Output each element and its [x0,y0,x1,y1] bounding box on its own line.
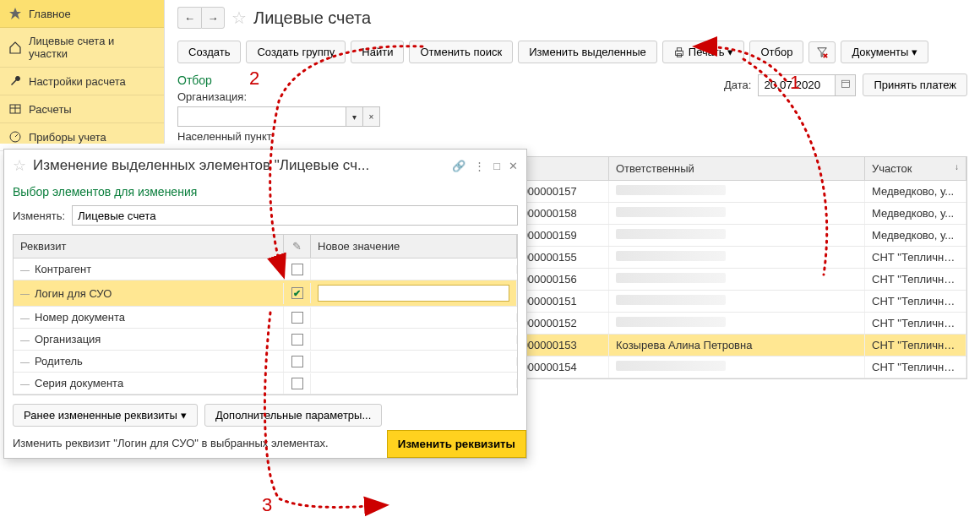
cell-section: СНТ "Тепличны... [865,269,966,290]
table-row[interactable]: ▬ 00-0000000154СНТ "Тепличны... [482,356,966,378]
link-icon[interactable]: 🔗 [452,160,466,172]
cell-responsible: Козырева Алина Петровна [609,335,865,356]
more-icon[interactable]: ⋮ [474,160,485,172]
cell-section: СНТ "Тепличны... [865,313,966,334]
close-icon[interactable]: ✕ [509,160,518,172]
col-header-section[interactable]: Участок ↓ [865,157,966,180]
checkbox-icon[interactable] [291,378,303,389]
star-icon [8,7,22,20]
attr-value-cell[interactable] [311,280,517,306]
table-row[interactable]: ▬ 00-0000000156СНТ "Тепличны... [482,269,966,291]
calendar-button[interactable] [835,75,855,95]
change-input[interactable] [72,205,518,226]
print-button[interactable]: Печать ▾ [662,41,745,63]
table-row[interactable]: ▬ 00-0000000159Медведково, у... [482,225,966,247]
attr-name-cell: —Серия документа [14,373,284,394]
find-button[interactable]: Найти [351,41,404,63]
attr-name-cell: —Номер документа [14,307,284,328]
attr-row[interactable]: —Серия документа [14,373,517,395]
table-row[interactable]: ▬ 00-0000000152СНТ "Тепличны... [482,313,966,335]
sidebar-item-accounts[interactable]: Лицевые счета и участки [0,28,164,68]
checkbox-icon[interactable] [291,264,303,275]
cell-section: Медведково, у... [865,225,966,246]
checkbox-icon[interactable] [291,356,303,367]
attr-value-cell[interactable] [311,335,517,344]
printer-icon [673,46,685,58]
create-button[interactable]: Создать [177,41,241,63]
documents-button[interactable]: Документы ▾ [841,41,928,63]
sidebar-item-meters[interactable]: Приборы учета [0,123,164,151]
org-label: Организация: [177,90,270,103]
chevron-down-icon: ▾ [181,409,187,422]
attr-row[interactable]: —Организация [14,329,517,351]
attr-check-cell[interactable] [284,259,311,280]
meter-icon [8,130,22,144]
maximize-icon[interactable]: □ [493,160,500,172]
checkbox-icon[interactable] [291,334,303,346]
attr-value-cell[interactable] [311,265,517,274]
col-header-responsible[interactable]: Ответственный [609,157,865,180]
attr-name-cell: —Родитель [14,351,284,372]
attr-check-cell[interactable] [284,307,311,328]
attr-header-value[interactable]: Новое значение [311,235,517,258]
change-selected-button[interactable]: Изменить выделенные [518,41,657,63]
attr-check-cell[interactable]: ✔ [284,283,311,303]
attr-check-cell[interactable] [284,351,311,372]
accept-payment-button[interactable]: Принять платеж [863,73,967,96]
checkbox-icon[interactable] [291,312,303,324]
dialog-star-icon[interactable]: ☆ [13,156,26,175]
table-row[interactable]: ▬ 00-0000000158Медведково, у... [482,203,966,225]
attr-value-cell[interactable] [311,313,517,322]
svg-marker-0 [9,8,21,19]
attr-check-cell[interactable] [284,373,311,394]
change-attrs-button[interactable]: Изменить реквизиты [387,430,526,458]
favorite-star-icon[interactable]: ☆ [231,8,247,28]
checkbox-icon[interactable]: ✔ [291,287,303,299]
svg-rect-7 [677,47,681,51]
table-row[interactable]: ▬ 00-0000000155СНТ "Тепличны... [482,247,966,269]
table-row[interactable]: ▬ 00-0000000151СНТ "Тепличны... [482,291,966,313]
cell-responsible [609,269,865,290]
sidebar-label: Лицевые счета и участки [29,35,155,60]
cell-responsible [609,225,865,246]
change-elements-dialog: ☆ Изменение выделенных элементов "Лицевы… [3,149,527,459]
attr-value-cell[interactable] [311,357,517,366]
date-label: Дата: [724,79,751,91]
attr-value-input[interactable] [318,285,509,302]
cancel-search-button[interactable]: Отменить поиск [409,41,513,63]
sidebar-item-calcs[interactable]: Расчеты [0,95,164,123]
clear-button[interactable]: × [363,106,380,127]
attr-row[interactable]: —Номер документа [14,307,517,329]
attr-row[interactable]: —Родитель [14,351,517,373]
cell-section: СНТ "Тепличны... [865,291,966,312]
create-group-button[interactable]: Создать группу [246,41,346,63]
attr-name-cell: —Логин для СУО [14,283,284,304]
attr-row[interactable]: —Логин для СУО✔ [14,280,517,307]
cell-section: СНТ "Тепличны... [865,247,966,268]
dropdown-button[interactable]: ▾ [346,106,363,127]
table-row[interactable]: ▬ 00-0000000153Козырева Алина ПетровнаСН… [482,335,966,356]
filter-button[interactable]: Отбор [749,41,803,63]
sidebar-item-main[interactable]: Главное [0,0,164,28]
funnel-clear-button[interactable] [808,41,836,63]
forward-button[interactable]: → [201,7,225,29]
cell-responsible [609,291,865,312]
back-button[interactable]: ← [177,7,201,29]
calendar-icon [841,79,851,89]
sidebar-item-calc-settings[interactable]: Настройки расчета [0,68,164,95]
chevron-down-icon: ▾ [727,46,733,58]
date-input[interactable] [759,75,835,95]
extra-params-button[interactable]: Дополнительные параметры... [204,404,382,427]
dash-icon: — [20,313,30,323]
attr-value-cell[interactable] [311,379,517,388]
header-bar: ← → ☆ Лицевые счета [165,0,980,35]
dash-icon: — [20,288,30,298]
attr-check-cell[interactable] [284,329,311,350]
table-row[interactable]: ▬ 00-0000000157Медведково, у... [482,181,966,203]
wrench-icon [8,74,22,88]
attr-row[interactable]: —Контрагент [14,258,517,280]
filter-section: Отбор Организация: ▾ × Населенный пункт … [165,68,980,151]
prev-changed-button[interactable]: Ранее измененные реквизиты ▾ [13,404,198,427]
attr-header-name[interactable]: Реквизит [14,235,284,258]
org-input[interactable] [177,106,346,127]
